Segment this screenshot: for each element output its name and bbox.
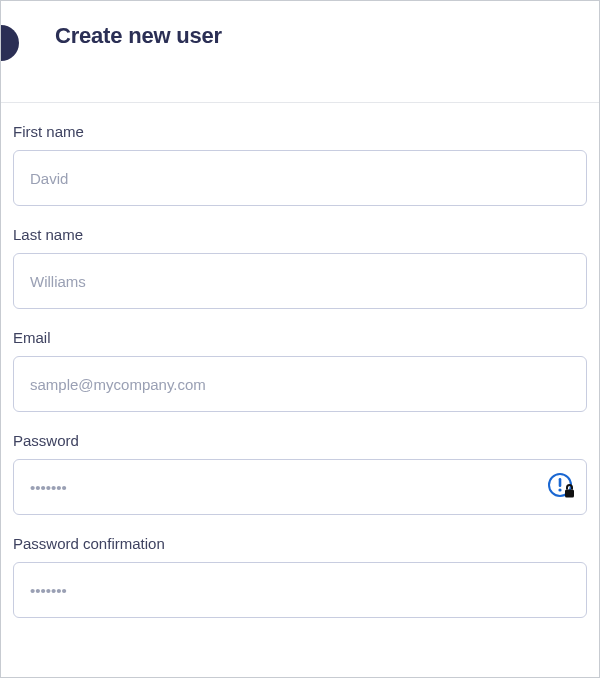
first-name-field: First name <box>13 123 587 206</box>
svg-rect-1 <box>559 478 562 487</box>
svg-rect-3 <box>565 490 574 498</box>
password-field: Password <box>13 432 587 515</box>
email-field: Email <box>13 329 587 412</box>
first-name-label: First name <box>13 123 587 140</box>
password-confirmation-input[interactable] <box>13 562 587 618</box>
password-manager-icon[interactable] <box>547 472 577 502</box>
create-user-form: First name Last name Email Password <box>1 103 599 618</box>
dialog-header: Create new user <box>1 1 599 103</box>
svg-point-2 <box>558 488 561 491</box>
page-title: Create new user <box>55 23 222 49</box>
password-confirmation-label: Password confirmation <box>13 535 587 552</box>
email-input[interactable] <box>13 356 587 412</box>
password-input[interactable] <box>13 459 587 515</box>
last-name-label: Last name <box>13 226 587 243</box>
create-user-dialog: Create new user First name Last name Ema… <box>0 0 600 678</box>
password-confirmation-field: Password confirmation <box>13 535 587 618</box>
first-name-input[interactable] <box>13 150 587 206</box>
avatar <box>0 25 19 61</box>
last-name-field: Last name <box>13 226 587 309</box>
last-name-input[interactable] <box>13 253 587 309</box>
password-label: Password <box>13 432 587 449</box>
email-label: Email <box>13 329 587 346</box>
